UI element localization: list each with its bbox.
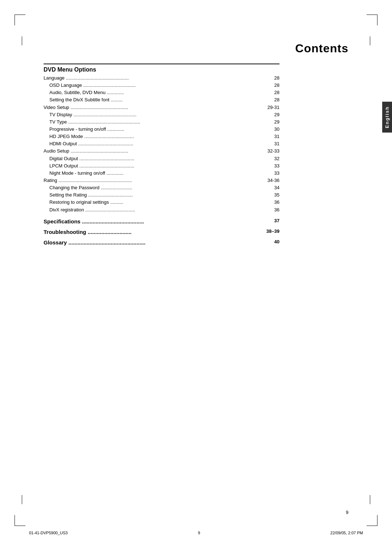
- toc-label-setting-rating: Setting the Rating .....................…: [49, 191, 269, 199]
- toc-page-night-mode: 33: [269, 170, 279, 177]
- troubleshooting-section: Troubleshooting ........................…: [44, 228, 279, 236]
- toc-row-restoring: Restoring to original settings .........…: [44, 199, 279, 206]
- page-number-corner: 9: [346, 510, 348, 515]
- toc-page-video-setup: 29-31: [268, 104, 279, 111]
- toc-page-hdmi-output: 31: [269, 140, 279, 147]
- toc-entries: Language ...............................…: [44, 74, 279, 214]
- toc-page-digital-output: 32: [269, 155, 279, 162]
- toc-content: DVD Menu Options Language ..............…: [44, 64, 279, 247]
- toc-row-lpcm-output: LPCM Output ............................…: [44, 162, 279, 170]
- toc-row-night-mode: Night Mode - turning on/off ............…: [44, 170, 279, 177]
- toc-label-changing-password: Changing the Password ..................…: [49, 184, 269, 191]
- toc-label-language: Language ...............................…: [44, 74, 269, 82]
- side-mark-right-bottom: [370, 495, 370, 504]
- toc-page-troubleshooting: 38–39: [266, 228, 279, 236]
- section-divider: [44, 64, 279, 64]
- toc-label-tv-display: TV Display .............................…: [49, 111, 269, 118]
- english-tab: English: [382, 102, 392, 133]
- toc-page-tv-type: 29: [269, 118, 279, 126]
- toc-page-specifications: 37: [269, 217, 279, 226]
- toc-page-osd-language: 28: [269, 82, 279, 89]
- toc-label-specifications: Specifications .........................…: [44, 217, 269, 226]
- toc-label-audio-subtitle: Audio, Subtitle, DVD Menu .............: [49, 89, 269, 96]
- toc-label-rating: Rating .................................…: [44, 177, 268, 184]
- corner-mark-tr: [367, 15, 377, 25]
- toc-page-setting-rating: 35: [269, 191, 279, 199]
- toc-row-tv-display: TV Display .............................…: [44, 111, 279, 118]
- toc-label-divx-subtitle: Setting the DivX Subtitle font .........: [49, 96, 269, 104]
- corner-mark-br: [367, 515, 377, 526]
- toc-label-tv-type: TV Type ................................…: [49, 118, 269, 126]
- toc-row-video-setup: Video Setup ............................…: [44, 104, 279, 111]
- toc-page-audio-setup: 32-33: [268, 147, 279, 155]
- toc-label-troubleshooting: Troubleshooting ........................…: [44, 228, 266, 236]
- toc-row-changing-password: Changing the Password ..................…: [44, 184, 279, 191]
- toc-label-digital-output: Digital Output .........................…: [49, 155, 269, 162]
- toc-page-progressive: 30: [269, 126, 279, 133]
- toc-label-video-setup: Video Setup ............................…: [44, 104, 268, 111]
- toc-page-changing-password: 34: [269, 184, 279, 191]
- toc-row-glossary: Glossary ...............................…: [44, 238, 279, 247]
- toc-row-hdmi-output: HDMI Output ............................…: [44, 140, 279, 147]
- glossary-section: Glossary ...............................…: [44, 238, 279, 247]
- toc-row-divx-registration: DivX registration ......................…: [44, 206, 279, 214]
- toc-label-progressive: Progressive - turning on/off ...........…: [49, 126, 269, 133]
- toc-page-lpcm-output: 33: [269, 162, 279, 170]
- toc-label-hdmi-output: HDMI Output ............................…: [49, 140, 269, 147]
- toc-label-restoring: Restoring to original settings .........…: [49, 199, 269, 206]
- toc-row-language: Language ...............................…: [44, 74, 279, 82]
- specifications-section: Specifications .........................…: [44, 217, 279, 226]
- corner-mark-tl: [15, 15, 25, 25]
- side-mark-left-bottom: [22, 495, 22, 504]
- toc-label-night-mode: Night Mode - turning on/off ............…: [49, 170, 269, 177]
- toc-page-audio-subtitle: 28: [269, 89, 279, 96]
- toc-page-tv-display: 29: [269, 111, 279, 118]
- toc-row-specifications: Specifications .........................…: [44, 217, 279, 226]
- toc-row-audio-subtitle: Audio, Subtitle, DVD Menu ............. …: [44, 89, 279, 96]
- side-mark-left-top: [22, 36, 22, 45]
- toc-row-troubleshooting: Troubleshooting ........................…: [44, 228, 279, 236]
- footer-center: 9: [198, 531, 200, 535]
- toc-row-divx-subtitle: Setting the DivX Subtitle font .........…: [44, 96, 279, 104]
- toc-page-language: 28: [269, 74, 279, 82]
- toc-label-glossary: Glossary ...............................…: [44, 238, 269, 247]
- dvd-menu-options-header: DVD Menu Options: [44, 66, 279, 73]
- toc-page-hd-jpeg: 31: [269, 133, 279, 140]
- toc-row-digital-output: Digital Output .........................…: [44, 155, 279, 162]
- toc-page-divx-subtitle: 28: [269, 96, 279, 104]
- toc-label-lpcm-output: LPCM Output ............................…: [49, 162, 269, 170]
- toc-label-hd-jpeg: HD JPEG Mode ...........................…: [49, 133, 269, 140]
- toc-row-setting-rating: Setting the Rating .....................…: [44, 191, 279, 199]
- toc-row-hd-jpeg: HD JPEG Mode ...........................…: [44, 133, 279, 140]
- toc-page-divx-registration: 36: [269, 206, 279, 214]
- toc-page-glossary: 40: [269, 238, 279, 247]
- page-title: Contents: [295, 42, 348, 55]
- toc-row-tv-type: TV Type ................................…: [44, 118, 279, 126]
- toc-label-osd-language: OSD Language ...........................…: [49, 82, 269, 89]
- toc-page-rating: 34-36: [268, 177, 279, 184]
- toc-row-rating: Rating .................................…: [44, 177, 279, 184]
- toc-page-restoring: 36: [269, 199, 279, 206]
- side-mark-right-top: [370, 36, 370, 45]
- toc-label-divx-registration: DivX registration ......................…: [49, 206, 269, 214]
- footer: 01-41-DVP5900_US3 9 22/09/05, 2:07 PM: [0, 531, 392, 535]
- toc-row-audio-setup: Audio Setup ............................…: [44, 147, 279, 155]
- footer-right: 22/09/05, 2:07 PM: [330, 531, 363, 535]
- footer-left: 01-41-DVP5900_US3: [29, 531, 68, 535]
- toc-row-progressive: Progressive - turning on/off ...........…: [44, 126, 279, 133]
- corner-mark-bl: [15, 515, 25, 526]
- toc-label-audio-setup: Audio Setup ............................…: [44, 147, 268, 155]
- toc-row-osd-language: OSD Language ...........................…: [44, 82, 279, 89]
